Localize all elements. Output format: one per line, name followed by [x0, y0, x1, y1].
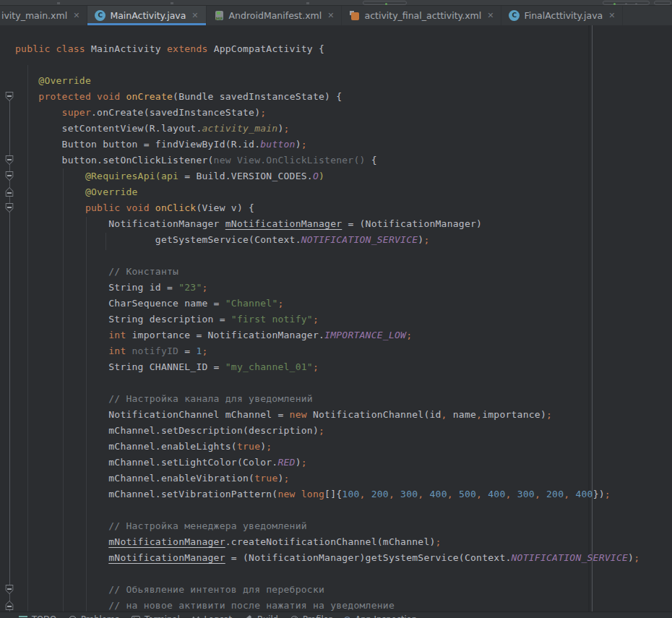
- code-line: String id = "23";: [15, 280, 639, 296]
- tab-label: activity_final_acttivity.xml: [364, 10, 481, 21]
- tab-ivity-main-xml[interactable]: ivity_main.xml✕: [0, 6, 87, 25]
- code-line: mChannel.enableLights(true);: [15, 439, 639, 455]
- code-line: public void onClick(View v) {: [15, 200, 639, 216]
- code-line: [15, 566, 639, 582]
- tab-label: MainActivity.java: [110, 10, 186, 21]
- code-line: @Override: [15, 184, 639, 200]
- fold-expand-icon[interactable]: [5, 585, 14, 594]
- tab-label: AndroidManifest.xml: [229, 10, 322, 21]
- tab-activity-final-acttivity-xml[interactable]: activity_final_acttivity.xml✕: [342, 6, 501, 25]
- code-line: String description = "first notify";: [15, 312, 639, 327]
- code-line: NotificationManager mNotificationManager…: [15, 216, 639, 232]
- device-widget[interactable]: [603, 1, 650, 5]
- layout-file-icon: [349, 10, 360, 21]
- code-line: int importance = NotificationManager.IMP…: [15, 327, 639, 343]
- code-line: [15, 248, 639, 264]
- tool-window-button-logcat[interactable]: Logcat: [192, 614, 232, 618]
- code-line: @Override: [15, 73, 639, 89]
- main-toolbar-strip: [0, 0, 672, 6]
- run-icon: [385, 3, 387, 5]
- code-line: CharSequence name = "Channel";: [15, 296, 639, 312]
- profiler-icon: [290, 616, 298, 618]
- code-line: mChannel.setDescription(description);: [15, 423, 639, 439]
- code-line: [15, 57, 639, 73]
- code-line: button.setOnClickListener(new View.OnCli…: [15, 153, 639, 168]
- editor-tab-bar: ivity_main.xml✕CMainActivity.java✕MFAndr…: [0, 6, 672, 25]
- tool-window-label: Problems: [81, 614, 119, 618]
- tab-finalacttivity-java[interactable]: CFinalActtivity.java✕: [501, 6, 623, 25]
- tool-window-button-problems[interactable]: Problems: [69, 614, 119, 618]
- close-icon[interactable]: ✕: [327, 11, 334, 20]
- terminal-icon: [132, 616, 140, 618]
- fold-expand-icon[interactable]: [5, 171, 14, 181]
- code-editor[interactable]: public class MainActivity extends AppCom…: [0, 25, 672, 611]
- java-class-icon: C: [95, 10, 105, 21]
- close-icon[interactable]: ✕: [608, 11, 615, 20]
- tool-window-button-profiler[interactable]: Profiler: [290, 614, 332, 618]
- tool-window-button-todo[interactable]: TODO: [19, 614, 56, 618]
- fold-expand-icon[interactable]: [5, 203, 14, 213]
- tab-label: FinalActtivity.java: [524, 10, 603, 21]
- code-line: [15, 502, 639, 518]
- code-line: [15, 375, 639, 391]
- close-icon[interactable]: ✕: [191, 11, 198, 20]
- code-line: protected void onCreate(Bundle savedInst…: [15, 89, 639, 105]
- tool-window-label: Logcat: [204, 614, 232, 618]
- code-line: NotificationChannel mChannel = new Notif…: [15, 407, 639, 423]
- fold-expand-icon[interactable]: [5, 92, 14, 101]
- tool-window-bar: TODOProblemsTerminalLogcatBuildProfilerA…: [0, 611, 672, 618]
- close-icon[interactable]: ✕: [487, 11, 494, 20]
- code-line: String CHANNEL_ID = "my_channel_01";: [15, 359, 639, 375]
- toolbar-button-group[interactable]: [654, 1, 671, 5]
- toolbar-control: [57, 2, 60, 4]
- close-icon[interactable]: ✕: [73, 11, 79, 20]
- code-line: @RequiresApi(api = Build.VERSION_CODES.O…: [15, 168, 639, 184]
- fold-collapse-icon[interactable]: [5, 601, 14, 610]
- code-text-area[interactable]: public class MainActivity extends AppCom…: [0, 25, 639, 611]
- code-line: public class MainActivity extends AppCom…: [15, 41, 639, 57]
- code-line: // Настройка канала для уведомлений: [15, 391, 639, 407]
- tab-mainactivity-java[interactable]: CMainActivity.java✕: [87, 6, 206, 25]
- code-line: mChannel.setLightColor(Color.RED);: [15, 455, 639, 471]
- code-line: mChannel.setVibrationPattern(new long[]{…: [15, 486, 639, 502]
- problems-icon: [69, 616, 77, 618]
- run-config-widget[interactable]: [363, 1, 407, 5]
- fold-collapse-icon[interactable]: [5, 187, 14, 197]
- tool-window-label: App Inspection: [355, 614, 417, 618]
- code-line: mChannel.enableVibration(true);: [15, 471, 639, 486]
- toolbar-control: [171, 2, 173, 4]
- tool-window-button-app-inspection[interactable]: App Inspection: [344, 614, 417, 618]
- todo-list-icon: [19, 616, 27, 618]
- manifest-file-icon: MF: [214, 10, 225, 21]
- fold-expand-icon[interactable]: [5, 155, 14, 165]
- code-line: // Обьявление интентов для переброски: [15, 582, 639, 598]
- tab-label: ivity_main.xml: [1, 10, 67, 21]
- tab-androidmanifest-xml[interactable]: MFAndroidManifest.xml✕: [207, 6, 343, 25]
- tool-window-button-terminal[interactable]: Terminal: [132, 614, 180, 618]
- build-hammer-icon: [244, 615, 253, 618]
- code-line: Button button = findViewById(R.id.button…: [15, 137, 639, 153]
- tool-window-label: Terminal: [145, 614, 180, 618]
- tool-window-label: Build: [257, 614, 278, 618]
- code-line: // на новое активити после нажатия на ув…: [15, 598, 639, 611]
- code-line: // Константы: [15, 264, 639, 280]
- code-line: // Настройка менеджера уведомлений: [15, 518, 639, 534]
- code-line: mNotificationManager.createNotificationC…: [15, 534, 639, 550]
- code-line: mNotificationManager = (NotificationMana…: [15, 550, 639, 566]
- toolbar-dot-icon: [635, 3, 637, 5]
- toolbar-dot-icon: [625, 3, 627, 5]
- code-line: super.onCreate(savedInstanceState);: [15, 105, 639, 121]
- toolbar-control: [306, 2, 309, 4]
- code-line: setContentView(R.layout.activity_main);: [15, 121, 639, 137]
- tool-window-label: Profiler: [303, 614, 332, 618]
- code-line: getSystemService(Context.NOTIFICATION_SE…: [15, 232, 639, 248]
- code-line: int notifyID = 1;: [15, 343, 639, 359]
- tool-window-label: TODO: [32, 614, 56, 618]
- tool-window-button-build[interactable]: Build: [244, 614, 278, 618]
- java-class-icon: C: [509, 10, 520, 21]
- status-dot-icon: [613, 3, 616, 5]
